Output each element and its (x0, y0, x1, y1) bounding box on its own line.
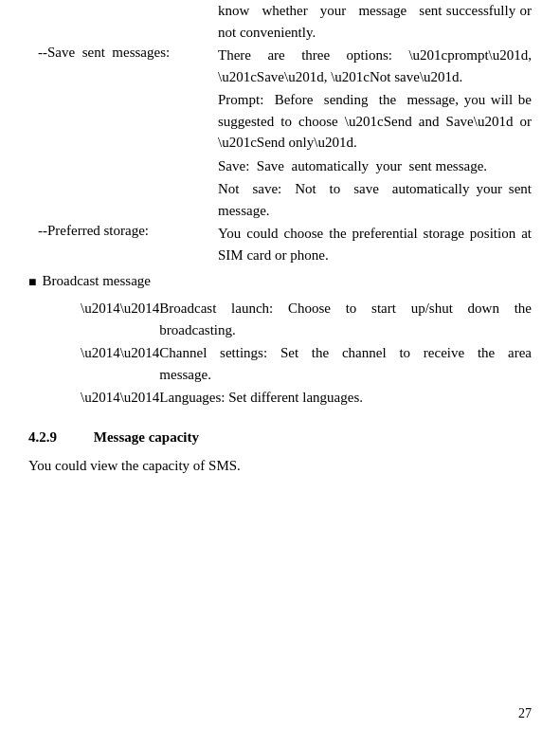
bullet-icon: ■ (28, 275, 36, 290)
broadcast-lang-row: \u2014\u2014 Languages: Set different la… (66, 387, 532, 409)
broadcast-channel-row: \u2014\u2014 Channel settings: Set the c… (66, 342, 532, 385)
page-number: 27 (518, 706, 532, 721)
line-know-text: know whether your message sent successfu… (218, 0, 532, 43)
broadcast-title-text: Broadcast message (42, 273, 151, 289)
section-number: 4.2.9 (28, 429, 90, 446)
broadcast-lang-text: Languages: Set different languages. (159, 387, 532, 409)
broadcast-launch-dash: \u2014\u2014 (66, 298, 159, 340)
section-heading: 4.2.9 Message capacity (28, 429, 532, 446)
broadcast-channel-dash: \u2014\u2014 (66, 342, 159, 385)
save-label: --Save sent messages: (28, 45, 218, 87)
broadcast-bullet: ■ Broadcast message (28, 273, 532, 290)
broadcast-channel-text: Channel settings: Set the channel to rec… (159, 342, 532, 385)
broadcast-lang-dash: \u2014\u2014 (66, 387, 159, 409)
save-desc-indent (28, 155, 218, 177)
section-title: Message capacity (94, 429, 199, 445)
line-know-indent (28, 0, 218, 43)
preferred-label: --Preferred storage: (28, 223, 218, 265)
preferred-text: You could choose the preferential storag… (218, 223, 532, 265)
notsave-block: Not save: Not to save automatically your… (28, 178, 532, 221)
prompt-text: Prompt: Before sending the message, you … (218, 89, 532, 154)
preferred-block: --Preferred storage: You could choose th… (28, 223, 532, 265)
notsave-indent (28, 178, 218, 221)
save-options-text: There are three options: \u201cprompt\u2… (218, 45, 532, 87)
notsave-text: Not save: Not to save automatically your… (218, 178, 532, 221)
line-know: know whether your message sent successfu… (28, 0, 532, 43)
prompt-indent (28, 89, 218, 154)
page: know whether your message sent successfu… (0, 0, 560, 729)
broadcast-launch-text: Broadcast launch: Choose to start up/shu… (159, 298, 532, 340)
broadcast-launch-row: \u2014\u2014 Broadcast launch: Choose to… (66, 298, 532, 340)
prompt-block: Prompt: Before sending the message, you … (28, 89, 532, 154)
section-body: You could view the capacity of SMS. (28, 455, 532, 477)
content: know whether your message sent successfu… (28, 0, 532, 476)
save-desc-block: Save: Save automatically your sent messa… (28, 155, 532, 177)
save-block: --Save sent messages: There are three op… (28, 45, 532, 87)
save-desc-text: Save: Save automatically your sent messa… (218, 155, 532, 177)
